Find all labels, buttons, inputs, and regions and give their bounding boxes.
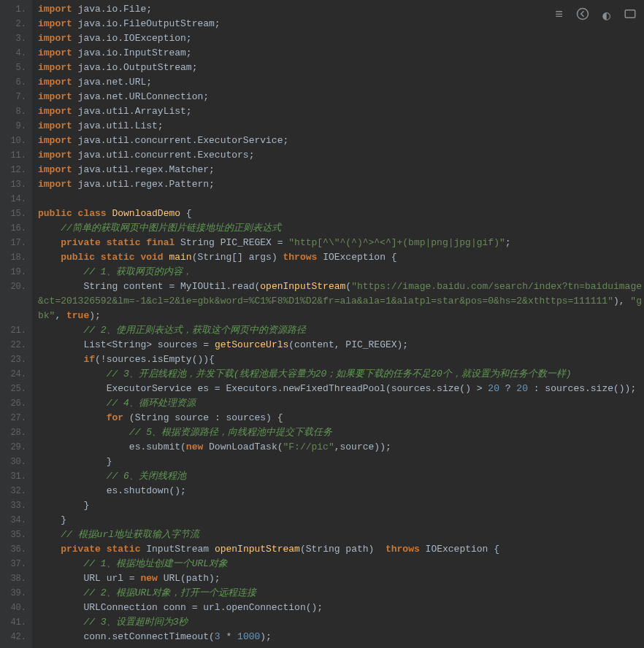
contrast-icon[interactable]: ◐ xyxy=(602,7,610,24)
line-number: 6. xyxy=(0,75,26,90)
code-line[interactable]: import java.util.concurrent.ExecutorServ… xyxy=(38,134,644,148)
line-number: 18. xyxy=(0,250,26,265)
code-line[interactable]: // 3、设置超时间为3秒 xyxy=(38,615,644,630)
line-number: 38. xyxy=(0,571,26,586)
code-area[interactable]: import java.io.File;import java.io.FileO… xyxy=(32,0,644,648)
line-number: 22. xyxy=(0,338,26,352)
code-line[interactable]: import java.util.List; xyxy=(38,119,644,134)
line-number: 31. xyxy=(0,469,26,484)
code-line[interactable]: URLConnection conn = url.openConnection(… xyxy=(38,601,644,615)
code-line[interactable]: import java.net.URL; xyxy=(38,75,644,90)
code-line[interactable]: // 1、获取网页的内容， xyxy=(38,265,644,279)
code-line[interactable]: import java.util.regex.Matcher; xyxy=(38,163,644,177)
line-number: 14. xyxy=(0,192,26,207)
code-line[interactable]: import java.io.FileOutputStream; xyxy=(38,17,644,31)
line-number: 5. xyxy=(0,61,26,75)
line-number: 26. xyxy=(0,396,26,411)
line-number: 10. xyxy=(0,134,26,148)
line-number: 13. xyxy=(0,177,26,192)
svg-point-0 xyxy=(578,9,589,20)
code-line[interactable] xyxy=(38,192,644,207)
code-line[interactable]: // 4、循环处理资源 xyxy=(38,396,644,411)
code-line[interactable]: import java.io.OutputStream; xyxy=(38,61,644,75)
line-number: 20. xyxy=(0,279,26,323)
code-line[interactable]: private static InputStream openInputStre… xyxy=(38,542,644,557)
code-line[interactable]: // 3、开启线程池，并发下载(线程池最大容量为20；如果要下载的任务不足20个… xyxy=(38,367,644,382)
code-line[interactable]: // 1、根据地址创建一个URL对象 xyxy=(38,557,644,571)
code-line[interactable]: } xyxy=(38,498,644,513)
line-number: 34. xyxy=(0,513,26,528)
line-number: 24. xyxy=(0,367,26,382)
code-line[interactable]: // 2、根据URL对象，打开一个远程连接 xyxy=(38,586,644,601)
line-number: 17. xyxy=(0,236,26,250)
line-number: 30. xyxy=(0,455,26,469)
code-editor[interactable]: 1.2.3.4.5.6.7.8.9.10.11.12.13.14.15.16.1… xyxy=(0,0,644,648)
code-line[interactable]: URL url = new URL(path); xyxy=(38,571,644,586)
code-line[interactable]: import java.io.InputStream; xyxy=(38,46,644,61)
line-number: 8. xyxy=(0,104,26,119)
code-line[interactable]: // 2、使用正则表达式，获取这个网页中的资源路径 xyxy=(38,323,644,338)
line-number-gutter: 1.2.3.4.5.6.7.8.9.10.11.12.13.14.15.16.1… xyxy=(0,0,32,648)
line-number: 32. xyxy=(0,484,26,498)
line-number: 29. xyxy=(0,440,26,455)
editor-toolbox: ≡ ◐ xyxy=(555,7,637,24)
code-line[interactable]: } xyxy=(38,513,644,528)
code-line[interactable]: String content = MyIOUtil.read(openInput… xyxy=(38,279,644,323)
code-line[interactable]: } xyxy=(38,455,644,469)
line-number: 9. xyxy=(0,119,26,134)
code-line[interactable]: public static void main(String[] args) t… xyxy=(38,250,644,265)
code-line[interactable]: public class DownloadDemo { xyxy=(38,207,644,221)
code-line[interactable]: import java.io.IOException; xyxy=(38,31,644,46)
code-line[interactable]: import java.net.URLConnection; xyxy=(38,90,644,104)
line-number: 39. xyxy=(0,586,26,601)
line-number: 28. xyxy=(0,425,26,440)
line-number: 11. xyxy=(0,148,26,163)
code-line[interactable]: ExecutorService es = Executors.newFixedT… xyxy=(38,382,644,396)
line-number: 27. xyxy=(0,411,26,425)
line-number: 4. xyxy=(0,46,26,61)
list-icon[interactable]: ≡ xyxy=(555,7,563,24)
line-number: 1. xyxy=(0,2,26,17)
code-line[interactable]: conn.setConnectTimeout(3 * 1000); xyxy=(38,630,644,644)
line-number: 37. xyxy=(0,557,26,571)
code-line[interactable]: if(!sources.isEmpty()){ xyxy=(38,352,644,367)
code-line[interactable]: // 6、关闭线程池 xyxy=(38,469,644,484)
line-number: 42. xyxy=(0,630,26,644)
line-number: 36. xyxy=(0,542,26,557)
line-number: 16. xyxy=(0,221,26,236)
line-number: 19. xyxy=(0,265,26,279)
code-line[interactable]: import java.io.File; xyxy=(38,2,644,17)
code-line[interactable]: import java.util.concurrent.Executors; xyxy=(38,148,644,163)
code-line[interactable]: //简单的获取网页中图片图片链接地址的正则表达式 xyxy=(38,221,644,236)
line-number: 12. xyxy=(0,163,26,177)
line-number: 15. xyxy=(0,207,26,221)
line-number: 23. xyxy=(0,352,26,367)
code-line[interactable]: import java.util.ArrayList; xyxy=(38,104,644,119)
line-number: 41. xyxy=(0,615,26,630)
line-number: 33. xyxy=(0,498,26,513)
code-line[interactable]: import java.util.regex.Pattern; xyxy=(38,177,644,192)
line-number: 25. xyxy=(0,382,26,396)
code-line[interactable]: List<String> sources = getSourceUrls(con… xyxy=(38,338,644,352)
code-line[interactable]: es.submit(new DownLoadTask("F://pic",sou… xyxy=(38,440,644,455)
code-line[interactable]: // 5、根据资源路径，向线程池中提交下载任务 xyxy=(38,425,644,440)
line-number: 40. xyxy=(0,601,26,615)
line-number: 3. xyxy=(0,31,26,46)
code-line[interactable]: // 根据url地址获取输入字节流 xyxy=(38,528,644,542)
fullscreen-icon[interactable] xyxy=(624,7,637,24)
line-number: 7. xyxy=(0,90,26,104)
code-line[interactable]: es.shutdown(); xyxy=(38,484,644,498)
code-line[interactable]: private static final String PIC_REGEX = … xyxy=(38,236,644,250)
line-number: 21. xyxy=(0,323,26,338)
code-line[interactable]: for (String source : sources) { xyxy=(38,411,644,425)
line-number: 35. xyxy=(0,528,26,542)
line-number: 2. xyxy=(0,17,26,31)
back-icon[interactable] xyxy=(576,7,589,24)
svg-rect-1 xyxy=(625,10,635,18)
